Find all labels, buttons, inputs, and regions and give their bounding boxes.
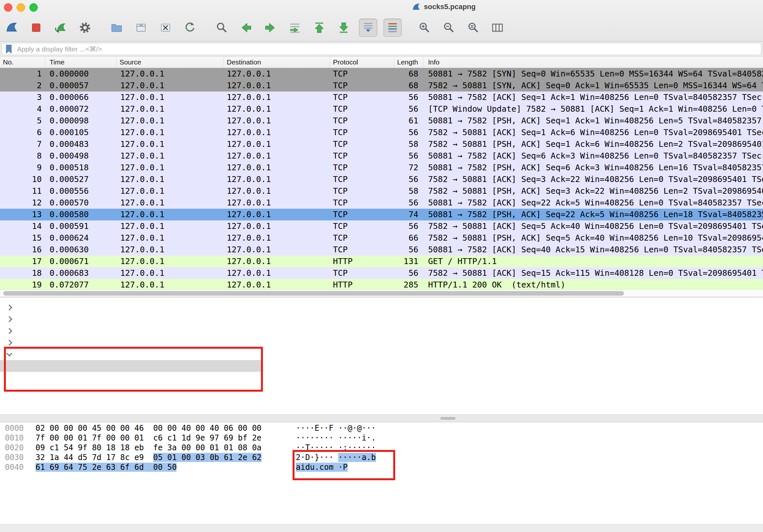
close-file-button[interactable] xyxy=(157,19,174,37)
go-back-button[interactable] xyxy=(237,19,255,37)
packet-row[interactable]: 5 0.000098 127.0.0.1 127.0.0.1 TCP 61 50… xyxy=(0,115,763,127)
window-minimize-button[interactable] xyxy=(17,3,25,12)
colorize-toggle-button[interactable] xyxy=(383,19,402,37)
hex-row[interactable]: 0000 02 00 00 00 45 00 00 46 00 00 40 00… xyxy=(0,423,763,433)
cell-time: 0.000518 xyxy=(45,162,117,174)
stop-capture-button[interactable] xyxy=(27,19,45,37)
window-zoom-button[interactable] xyxy=(29,3,38,12)
cell-source: 127.0.0.1 xyxy=(117,150,224,162)
resize-columns-button[interactable] xyxy=(489,19,506,37)
cell-destination: 127.0.0.1 xyxy=(224,279,330,290)
hex-row[interactable]: 0040 61 69 64 75 2e 63 6f 6d 00 50 aidu.… xyxy=(0,462,763,472)
packet-row[interactable]: 3 0.000066 127.0.0.1 127.0.0.1 TCP 56 50… xyxy=(0,91,763,103)
pane-splitter[interactable] xyxy=(0,414,763,422)
cell-no: 11 xyxy=(0,185,45,197)
cell-time: 0.000580 xyxy=(45,209,117,221)
reload-file-button[interactable] xyxy=(181,19,199,37)
open-file-button[interactable] xyxy=(108,19,126,37)
column-header-length[interactable]: Length xyxy=(394,57,423,68)
packet-row[interactable]: 18 0.000683 127.0.0.1 127.0.0.1 TCP 56 7… xyxy=(0,267,763,279)
go-forward-button[interactable] xyxy=(261,19,279,37)
cell-info: 7582 → 50881 [PSH, ACK] Seq=5 Ack=40 Win… xyxy=(423,232,763,244)
cell-time: 0.000556 xyxy=(45,185,117,197)
packet-row[interactable]: 19 0.072077 127.0.0.1 127.0.0.1 HTTP 285… xyxy=(0,279,763,290)
go-to-packet-button[interactable] xyxy=(286,19,304,37)
detail-row[interactable]: Transmission Control Protocol, Src Port:… xyxy=(0,337,763,348)
cell-source: 127.0.0.1 xyxy=(117,80,224,91)
cell-no: 5 xyxy=(0,115,45,127)
display-filter-input[interactable] xyxy=(16,45,757,53)
cell-destination: 127.0.0.1 xyxy=(224,162,330,174)
packet-row[interactable]: 8 0.000498 127.0.0.1 127.0.0.1 TCP 56 50… xyxy=(0,150,763,162)
window-close-button[interactable] xyxy=(4,3,12,12)
cell-destination: 127.0.0.1 xyxy=(224,115,330,127)
detail-row[interactable]: Data: 050100030b612e62616964752e636f6d00… xyxy=(0,360,763,372)
column-header-no[interactable]: No. xyxy=(0,57,45,68)
packet-row[interactable]: 7 0.000483 127.0.0.1 127.0.0.1 TCP 58 75… xyxy=(0,138,763,150)
packet-row[interactable]: 11 0.000556 127.0.0.1 127.0.0.1 TCP 58 7… xyxy=(0,185,763,197)
auto-scroll-toggle-button[interactable] xyxy=(359,19,377,37)
packet-table-header: No. Time Source Destination Protocol Len… xyxy=(0,57,763,68)
packet-row[interactable]: 1 0.000000 127.0.0.1 127.0.0.1 TCP 68 50… xyxy=(0,68,763,80)
packet-row[interactable]: 16 0.000630 127.0.0.1 127.0.0.1 TCP 56 5… xyxy=(0,244,763,256)
packet-row[interactable]: 12 0.000570 127.0.0.1 127.0.0.1 TCP 56 5… xyxy=(0,197,763,209)
zoom-original-button[interactable] xyxy=(464,19,482,37)
disclosure-chevron-icon[interactable] xyxy=(6,316,12,322)
packet-row[interactable]: 2 0.000057 127.0.0.1 127.0.0.1 TCP 68 75… xyxy=(0,80,763,91)
hex-row[interactable]: 0020 09 c1 54 9f 80 18 18 eb fe 3a 00 00… xyxy=(0,443,763,453)
cell-length: 74 xyxy=(394,209,423,221)
go-first-packet-button[interactable] xyxy=(310,19,328,37)
restart-fin-icon xyxy=(54,21,68,35)
cell-time: 0.000098 xyxy=(45,115,117,127)
disclosure-chevron-icon[interactable] xyxy=(6,350,12,356)
column-header-info[interactable]: Info xyxy=(423,57,763,68)
scrollbar-thumb[interactable] xyxy=(3,291,624,296)
disclosure-chevron-icon[interactable] xyxy=(6,305,12,310)
go-last-packet-button[interactable] xyxy=(335,19,353,37)
detail-row[interactable]: [Length: 18] xyxy=(0,372,763,384)
column-header-source[interactable]: Source xyxy=(117,57,224,68)
cell-protocol: TCP xyxy=(330,174,394,185)
detail-row[interactable]: Frame 13: 74 bytes on wire (592 bits), 7… xyxy=(0,302,763,313)
start-capture-button[interactable] xyxy=(3,19,21,37)
hex-row[interactable]: 0010 7f 00 00 01 7f 00 00 01 c6 c1 1d 9e… xyxy=(0,433,763,443)
cell-time: 0.000105 xyxy=(45,127,117,138)
packet-row[interactable]: 15 0.000624 127.0.0.1 127.0.0.1 TCP 66 7… xyxy=(0,232,763,244)
packet-row[interactable]: 9 0.000518 127.0.0.1 127.0.0.1 TCP 72 50… xyxy=(0,162,763,174)
horizontal-scrollbar[interactable] xyxy=(0,290,763,297)
cell-info: 50881 → 7582 [ACK] Seq=1 Ack=1 Win=40825… xyxy=(423,91,763,103)
detail-row[interactable]: Data (18 bytes) xyxy=(0,348,763,360)
detail-row[interactable]: Null/Loopback xyxy=(0,313,763,325)
packet-row[interactable]: 6 0.000105 127.0.0.1 127.0.0.1 TCP 56 75… xyxy=(0,127,763,138)
hex-row[interactable]: 0030 32 1a 44 d5 7d 17 8c e9 05 01 00 03… xyxy=(0,453,763,462)
column-header-destination[interactable]: Destination xyxy=(224,57,330,68)
splitter-grip[interactable] xyxy=(440,417,456,420)
cell-protocol: TCP xyxy=(330,232,394,244)
capture-options-button[interactable] xyxy=(76,19,94,37)
packet-row[interactable]: 14 0.000591 127.0.0.1 127.0.0.1 TCP 56 7… xyxy=(0,221,763,232)
cell-info: 7582 → 50881 [ACK] Seq=5 Ack=40 Win=4082… xyxy=(423,221,763,232)
display-filter-field[interactable] xyxy=(2,43,761,55)
packet-row[interactable]: 10 0.000527 127.0.0.1 127.0.0.1 TCP 56 7… xyxy=(0,174,763,185)
column-header-protocol[interactable]: Protocol xyxy=(330,57,394,68)
window-title-group: socks5.pcapng xyxy=(411,2,476,12)
cell-info: 50881 → 7582 [ACK] Seq=6 Ack=3 Win=40825… xyxy=(423,150,763,162)
column-header-time[interactable]: Time xyxy=(45,57,117,68)
window-title: socks5.pcapng xyxy=(424,3,476,11)
cell-source: 127.0.0.1 xyxy=(117,174,224,185)
detail-row[interactable]: Internet Protocol Version 4, Src: 127.0.… xyxy=(0,325,763,337)
packet-row[interactable]: 4 0.000072 127.0.0.1 127.0.0.1 TCP 56 [T… xyxy=(0,103,763,115)
cell-destination: 127.0.0.1 xyxy=(224,232,330,244)
zoom-in-button[interactable] xyxy=(415,19,433,37)
cell-source: 127.0.0.1 xyxy=(117,197,224,209)
packet-row[interactable]: 13 0.000580 127.0.0.1 127.0.0.1 TCP 74 5… xyxy=(0,209,763,221)
disclosure-chevron-icon[interactable] xyxy=(6,328,12,334)
filter-bookmark-icon[interactable] xyxy=(5,44,12,54)
cell-protocol: TCP xyxy=(330,209,394,221)
zoom-out-button[interactable] xyxy=(440,19,458,37)
save-file-button[interactable] xyxy=(132,19,150,37)
find-packet-button[interactable] xyxy=(212,19,231,37)
restart-capture-button[interactable] xyxy=(52,19,70,37)
disclosure-chevron-icon[interactable] xyxy=(6,340,12,345)
packet-row[interactable]: 17 0.000671 127.0.0.1 127.0.0.1 HTTP 131… xyxy=(0,256,763,267)
